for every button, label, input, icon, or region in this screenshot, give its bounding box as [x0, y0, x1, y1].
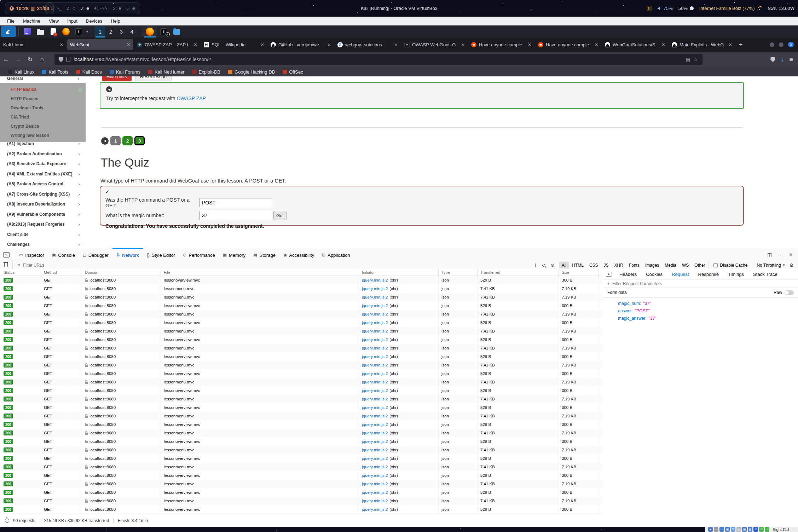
workspace-button[interactable]: 1: [95, 26, 105, 37]
vbox-menu-item[interactable]: Help: [107, 18, 124, 24]
tool-tab[interactable]: ▭ Inspector: [15, 248, 48, 261]
close-button[interactable]: ✕: [788, 42, 794, 47]
request-row[interactable]: 200 GET localhost:8080 lessonoverview.mv…: [0, 488, 603, 497]
column-header[interactable]: File: [161, 269, 359, 276]
workspace-slot[interactable]: 5: ●: [112, 6, 121, 11]
type-filter-chip[interactable]: CSS: [587, 262, 601, 268]
tab-close-icon[interactable]: ✕: [661, 42, 665, 47]
workspace-indicator[interactable]: 1: >_ 2: ○ 3: ● 4: </> 5: ● 6: ●: [45, 2, 140, 14]
browser-tab[interactable]: WebGoatSolutions/S ✕: [602, 39, 668, 50]
request-row[interactable]: 200 GET localhost:8080 lessonoverview.mv…: [0, 335, 603, 344]
request-row[interactable]: 200 GET localhost:8080 lessonmenu.mvc jq…: [0, 284, 603, 293]
wifi-widget[interactable]: Internet Familie Bolz (77%): [699, 6, 763, 11]
request-row[interactable]: 200 GET localhost:8080 lessonmenu.mvc jq…: [0, 344, 603, 352]
vbox-menu-item[interactable]: File: [4, 18, 18, 24]
details-tab[interactable]: Request: [667, 269, 693, 279]
initiator-link[interactable]: jquery.min.js:2: [362, 312, 388, 316]
request-row[interactable]: 200 GET localhost:8080 lessonoverview.mv…: [0, 352, 603, 361]
block-icon[interactable]: ⊘: [551, 263, 554, 268]
sidebar-category[interactable]: Challenges: [0, 239, 86, 248]
vbox-status-icon[interactable]: ▦: [748, 527, 752, 532]
kali-apps-button[interactable]: [1, 26, 16, 37]
vbox-status-icon[interactable]: ▤: [736, 527, 741, 532]
vbox-status-icon[interactable]: V: [753, 527, 758, 532]
initiator-link[interactable]: jquery.min.js:2: [362, 422, 388, 427]
site-info-icon[interactable]: [66, 57, 70, 62]
details-tab[interactable]: Cookies: [641, 269, 667, 279]
bookmark-star-icon[interactable]: ☆: [694, 56, 698, 63]
vbox-menu-item[interactable]: Input: [64, 18, 81, 24]
request-row[interactable]: 200 GET localhost:8080 lessonoverview.mv…: [0, 301, 603, 310]
taskbar-window-terminal[interactable]: $ 3: [157, 26, 170, 37]
browser-tab[interactable]: Have anyone comple ✕: [535, 39, 601, 50]
tool-tab[interactable]: ▤ Storage: [249, 248, 279, 261]
sidebar-category[interactable]: Client side: [0, 230, 86, 240]
page-button[interactable]: 3: [134, 136, 145, 145]
file-manager-icon[interactable]: [36, 28, 44, 35]
details-tab[interactable]: Response: [694, 269, 724, 279]
network-settings-gear-icon[interactable]: ⚙: [789, 262, 794, 268]
type-filter-chip[interactable]: Fonts: [626, 262, 642, 268]
details-tab[interactable]: Stack Trace: [748, 269, 782, 279]
hide-hints-button[interactable]: Hide hints: [102, 76, 132, 81]
request-row[interactable]: 200 GET localhost:8080 lessonoverview.mv…: [0, 437, 603, 446]
disable-cache-label[interactable]: Disable Cache: [720, 263, 747, 268]
initiator-link[interactable]: jquery.min.js:2: [362, 439, 388, 444]
url-text[interactable]: localhost:8080/WebGoat/start.mvc#lesson/…: [74, 57, 683, 62]
initiator-link[interactable]: jquery.min.js:2: [362, 303, 388, 308]
workspace-slot[interactable]: 2: ○: [67, 6, 75, 11]
reload-button[interactable]: ↻: [24, 56, 36, 63]
initiator-link[interactable]: jquery.min.js:2: [362, 473, 388, 478]
hint-link[interactable]: OWASP ZAP: [177, 96, 206, 101]
details-tab[interactable]: Timings: [723, 269, 748, 279]
initiator-link[interactable]: jquery.min.js:2: [362, 287, 388, 291]
downloads-icon[interactable]: ↓: [781, 57, 783, 62]
maximize-button[interactable]: [779, 42, 783, 47]
page-back-icon[interactable]: ◀: [101, 137, 109, 145]
back-button[interactable]: ←: [0, 56, 12, 63]
details-tab[interactable]: Headers: [615, 269, 641, 279]
sidebar-category[interactable]: (A8:2013) Request Forgeries: [0, 219, 86, 230]
browser-tab[interactable]: webgoat solutions - ✕: [335, 39, 401, 50]
initiator-link[interactable]: jquery.min.js:2: [362, 456, 388, 461]
request-row[interactable]: 200 GET localhost:8080 lessonmenu.mvc jq…: [0, 395, 603, 403]
request-row[interactable]: 200 GET localhost:8080 lessonmenu.mvc jq…: [0, 463, 603, 471]
taskbar-window-firefox[interactable]: [143, 26, 157, 37]
request-row[interactable]: 200 GET localhost:8080 lessonmenu.mvc jq…: [0, 327, 603, 335]
tab-close-icon[interactable]: ✕: [394, 42, 398, 47]
column-header[interactable]: Domain: [82, 269, 161, 276]
sidebar-category[interactable]: (A7) Cross-Site Scripting (XSS): [0, 189, 86, 200]
browser-tab[interactable]: Kali Linux ✕: [0, 39, 66, 50]
request-row[interactable]: 200 GET localhost:8080 lessonoverview.mv…: [0, 420, 603, 429]
tab-close-icon[interactable]: ✕: [528, 42, 532, 47]
request-row[interactable]: 200 GET localhost:8080 lessonmenu.mvc jq…: [0, 412, 603, 420]
initiator-link[interactable]: jquery.min.js:2: [362, 499, 388, 503]
request-row[interactable]: 200 GET localhost:8080 lessonoverview.mv…: [0, 454, 603, 463]
initiator-link[interactable]: jquery.min.js:2: [362, 507, 388, 511]
pick-element-icon[interactable]: ↖: [3, 252, 10, 258]
battery-widget[interactable]: 85% 13.60W: [768, 6, 794, 11]
request-row[interactable]: 200 GET localhost:8080 lessonmenu.mvc jq…: [0, 293, 603, 301]
column-header[interactable]: Size: [559, 269, 598, 276]
browser-tab[interactable]: WebGoat ✕: [67, 39, 133, 50]
tab-close-icon[interactable]: ✕: [127, 42, 131, 47]
request-row[interactable]: 200 GET localhost:8080 lessonmenu.mvc jq…: [0, 446, 603, 454]
browser-tab[interactable]: Main Exploits · WebG ✕: [669, 39, 735, 50]
resize-grip[interactable]: ⋰: [792, 528, 795, 531]
type-filter-chip[interactable]: XHR: [612, 262, 626, 268]
initiator-link[interactable]: jquery.min.js:2: [362, 320, 388, 325]
toolbox-meatball-icon[interactable]: ⋯: [778, 252, 783, 258]
virtualbox-tray-icon[interactable]: [647, 6, 652, 11]
bookmark-item[interactable]: Kali Forums: [106, 69, 144, 75]
text-editor-icon[interactable]: [49, 28, 57, 35]
workspaces-launcher-icon[interactable]: [24, 28, 31, 35]
initiator-link[interactable]: jquery.min.js:2: [362, 405, 388, 410]
tool-tab[interactable]: ▦ Memory: [219, 248, 249, 261]
vbox-menu-item[interactable]: Machine: [19, 18, 44, 24]
column-header[interactable]: Transferred: [478, 269, 559, 276]
vbox-status-icon[interactable]: ■: [708, 527, 713, 532]
sidebar-category[interactable]: (A5) Broken Access Control: [0, 179, 86, 189]
type-filter-chip[interactable]: Media: [662, 262, 679, 268]
initiator-link[interactable]: jquery.min.js:2: [362, 354, 388, 359]
workspace-slot[interactable]: 3: ●: [80, 6, 89, 11]
